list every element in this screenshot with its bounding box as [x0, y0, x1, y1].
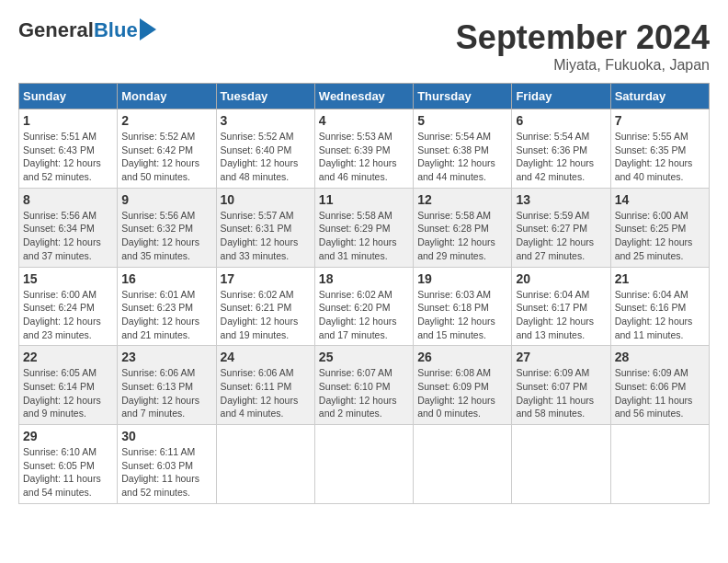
logo-general-text: General [18, 18, 94, 42]
day-info: Sunrise: 5:57 AM Sunset: 6:31 PM Dayligh… [221, 209, 311, 263]
day-number: 7 [615, 113, 705, 128]
day-number: 6 [516, 113, 606, 128]
day-number: 23 [121, 350, 211, 364]
day-info: Sunrise: 6:10 AM Sunset: 6:05 PM Dayligh… [23, 445, 113, 500]
day-info: Sunrise: 6:00 AM Sunset: 6:24 PM Dayligh… [23, 288, 113, 342]
table-row: 16 Sunrise: 6:01 AM Sunset: 6:23 PM Dayl… [118, 267, 216, 346]
day-number: 17 [221, 271, 311, 286]
calendar-week-row: 22 Sunrise: 6:05 AM Sunset: 6:14 PM Dayl… [19, 346, 710, 425]
location: Miyata, Fukuoka, Japan [456, 57, 710, 74]
day-info: Sunrise: 5:52 AM Sunset: 6:40 PM Dayligh… [221, 130, 311, 184]
table-row: 15 Sunrise: 6:00 AM Sunset: 6:24 PM Dayl… [19, 267, 118, 346]
logo: General Blue [18, 18, 156, 42]
day-info: Sunrise: 6:04 AM Sunset: 6:16 PM Dayligh… [615, 288, 705, 342]
month-title: September 2024 [456, 18, 710, 57]
table-row: 4 Sunrise: 5:53 AM Sunset: 6:39 PM Dayli… [314, 109, 413, 189]
table-row: 13 Sunrise: 5:59 AM Sunset: 6:27 PM Dayl… [512, 188, 610, 267]
day-info: Sunrise: 6:09 AM Sunset: 6:06 PM Dayligh… [615, 366, 705, 420]
table-row: 9 Sunrise: 5:56 AM Sunset: 6:32 PM Dayli… [118, 188, 216, 267]
col-wednesday: Wednesday [314, 84, 413, 109]
day-number: 2 [121, 113, 211, 128]
day-number: 3 [221, 113, 311, 128]
table-row: 22 Sunrise: 6:05 AM Sunset: 6:14 PM Dayl… [19, 346, 118, 425]
col-thursday: Thursday [414, 84, 512, 109]
table-row: 23 Sunrise: 6:06 AM Sunset: 6:13 PM Dayl… [118, 346, 216, 425]
table-row: 14 Sunrise: 6:00 AM Sunset: 6:25 PM Dayl… [610, 188, 709, 267]
logo-blue-text: Blue [94, 18, 138, 42]
day-number: 24 [221, 350, 311, 364]
table-row [610, 425, 709, 504]
col-friday: Friday [512, 84, 610, 109]
day-info: Sunrise: 5:56 AM Sunset: 6:32 PM Dayligh… [121, 209, 211, 263]
day-number: 9 [121, 192, 211, 207]
calendar-header-row: Sunday Monday Tuesday Wednesday Thursday… [19, 84, 710, 109]
day-number: 16 [121, 271, 211, 286]
table-row: 25 Sunrise: 6:07 AM Sunset: 6:10 PM Dayl… [314, 346, 413, 425]
calendar-week-row: 8 Sunrise: 5:56 AM Sunset: 6:34 PM Dayli… [19, 188, 710, 267]
day-number: 15 [23, 271, 113, 286]
day-info: Sunrise: 6:02 AM Sunset: 6:20 PM Dayligh… [319, 288, 409, 342]
day-number: 22 [23, 350, 113, 364]
day-info: Sunrise: 6:11 AM Sunset: 6:03 PM Dayligh… [121, 445, 211, 500]
day-number: 21 [615, 271, 705, 286]
day-info: Sunrise: 5:53 AM Sunset: 6:39 PM Dayligh… [319, 130, 409, 184]
table-row: 28 Sunrise: 6:09 AM Sunset: 6:06 PM Dayl… [610, 346, 709, 425]
table-row: 1 Sunrise: 5:51 AM Sunset: 6:43 PM Dayli… [19, 109, 118, 189]
table-row: 2 Sunrise: 5:52 AM Sunset: 6:42 PM Dayli… [118, 109, 216, 189]
day-info: Sunrise: 6:01 AM Sunset: 6:23 PM Dayligh… [121, 288, 211, 342]
day-info: Sunrise: 6:00 AM Sunset: 6:25 PM Dayligh… [615, 209, 705, 263]
day-info: Sunrise: 6:04 AM Sunset: 6:17 PM Dayligh… [516, 288, 606, 342]
logo-arrow-icon [140, 18, 156, 40]
day-number: 11 [319, 192, 409, 207]
table-row [414, 425, 512, 504]
day-info: Sunrise: 6:07 AM Sunset: 6:10 PM Dayligh… [319, 366, 409, 420]
table-row: 10 Sunrise: 5:57 AM Sunset: 6:31 PM Dayl… [216, 188, 314, 267]
day-number: 4 [319, 113, 409, 128]
day-number: 10 [221, 192, 311, 207]
col-tuesday: Tuesday [216, 84, 314, 109]
day-info: Sunrise: 5:59 AM Sunset: 6:27 PM Dayligh… [516, 209, 606, 263]
day-info: Sunrise: 5:51 AM Sunset: 6:43 PM Dayligh… [23, 130, 113, 184]
col-sunday: Sunday [19, 84, 118, 109]
table-row: 20 Sunrise: 6:04 AM Sunset: 6:17 PM Dayl… [512, 267, 610, 346]
day-number: 5 [417, 113, 507, 128]
day-number: 8 [23, 192, 113, 207]
table-row: 7 Sunrise: 5:55 AM Sunset: 6:35 PM Dayli… [610, 109, 709, 189]
table-row [216, 425, 314, 504]
day-number: 14 [615, 192, 705, 207]
table-row: 8 Sunrise: 5:56 AM Sunset: 6:34 PM Dayli… [19, 188, 118, 267]
day-number: 25 [319, 350, 409, 364]
calendar-week-row: 1 Sunrise: 5:51 AM Sunset: 6:43 PM Dayli… [19, 109, 710, 189]
day-number: 30 [121, 429, 211, 443]
table-row: 26 Sunrise: 6:08 AM Sunset: 6:09 PM Dayl… [414, 346, 512, 425]
day-info: Sunrise: 6:06 AM Sunset: 6:11 PM Dayligh… [221, 366, 311, 420]
calendar-week-row: 29 Sunrise: 6:10 AM Sunset: 6:05 PM Dayl… [19, 425, 710, 504]
table-row: 3 Sunrise: 5:52 AM Sunset: 6:40 PM Dayli… [216, 109, 314, 189]
day-info: Sunrise: 6:05 AM Sunset: 6:14 PM Dayligh… [23, 366, 113, 420]
table-row: 27 Sunrise: 6:09 AM Sunset: 6:07 PM Dayl… [512, 346, 610, 425]
table-row [314, 425, 413, 504]
day-number: 1 [23, 113, 113, 128]
page-header: General Blue September 2024 Miyata, Fuku… [18, 18, 710, 74]
day-info: Sunrise: 5:58 AM Sunset: 6:29 PM Dayligh… [319, 209, 409, 263]
table-row: 17 Sunrise: 6:02 AM Sunset: 6:21 PM Dayl… [216, 267, 314, 346]
day-info: Sunrise: 5:54 AM Sunset: 6:38 PM Dayligh… [417, 130, 507, 184]
table-row: 29 Sunrise: 6:10 AM Sunset: 6:05 PM Dayl… [19, 425, 118, 504]
calendar-table: Sunday Monday Tuesday Wednesday Thursday… [18, 83, 710, 504]
day-number: 26 [417, 350, 507, 364]
table-row [512, 425, 610, 504]
col-monday: Monday [118, 84, 216, 109]
day-number: 13 [516, 192, 606, 207]
day-info: Sunrise: 5:55 AM Sunset: 6:35 PM Dayligh… [615, 130, 705, 184]
day-info: Sunrise: 6:08 AM Sunset: 6:09 PM Dayligh… [417, 366, 507, 420]
day-info: Sunrise: 6:02 AM Sunset: 6:21 PM Dayligh… [221, 288, 311, 342]
col-saturday: Saturday [610, 84, 709, 109]
day-info: Sunrise: 5:56 AM Sunset: 6:34 PM Dayligh… [23, 209, 113, 263]
day-number: 19 [417, 271, 507, 286]
day-number: 20 [516, 271, 606, 286]
day-number: 27 [516, 350, 606, 364]
table-row: 30 Sunrise: 6:11 AM Sunset: 6:03 PM Dayl… [118, 425, 216, 504]
day-number: 29 [23, 429, 113, 443]
day-number: 28 [615, 350, 705, 364]
table-row: 12 Sunrise: 5:58 AM Sunset: 6:28 PM Dayl… [414, 188, 512, 267]
